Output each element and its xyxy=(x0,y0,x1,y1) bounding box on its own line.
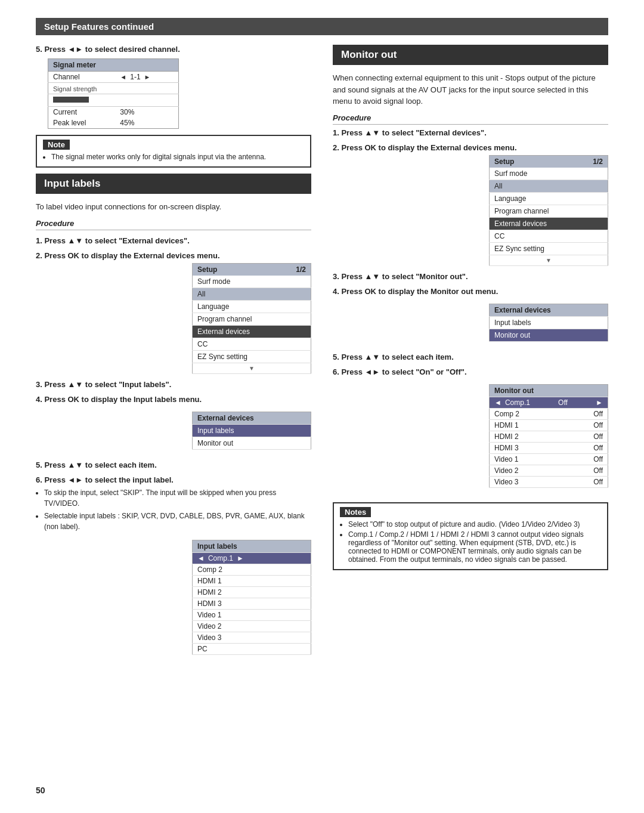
menu-row-arrow: ▼ xyxy=(193,363,311,373)
ext-dev-menu-left: External devices Input labels Monitor ou… xyxy=(36,407,311,455)
monitor-out-intro: When connecting external equipment to th… xyxy=(333,72,608,107)
menu-row-all-r: All xyxy=(490,180,608,192)
bullet-1: To skip the input, select "SKIP". The in… xyxy=(44,487,311,509)
setup-menu-table-right: Surf mode All Language Program channel E… xyxy=(489,168,608,266)
input-labels-intro: To label video input connections for on-… xyxy=(36,201,311,213)
note-title: Note xyxy=(43,140,70,150)
monitor-out-header: Monitor out xyxy=(333,45,608,65)
menu-row-ez: EZ Sync setting xyxy=(193,350,311,363)
signal-meter-title: Signal meter xyxy=(48,59,179,72)
menu-row-cc-r: CC xyxy=(490,230,608,242)
setup-header-text: Setup Features continued xyxy=(44,21,154,32)
il-step-1: 1. Press ▲▼ to select "External devices"… xyxy=(36,236,311,245)
setup-menu-right: Setup 1/2 Surf mode All Language Program… xyxy=(333,155,608,266)
il-step-3: 3. Press ▲▼ to select "Input labels". xyxy=(36,380,311,389)
menu-row-all: All xyxy=(193,288,311,300)
input-labels-table: Input labels ◄ Comp.1 ► Comp 2 H xyxy=(192,540,311,655)
menu-row-surf: Surf mode xyxy=(193,276,311,288)
menu-row-lang-r: Language xyxy=(490,192,608,205)
notes-title: Notes xyxy=(340,507,371,517)
mo-step-1: 1. Press ▲▼ to select "External devices"… xyxy=(333,128,608,137)
arrow-r: ► xyxy=(237,554,244,562)
mo-step-4: 4. Press OK to display the Monitor out m… xyxy=(333,287,608,296)
ext-dev-table-right: External devices Input labels Monitor ou… xyxy=(489,304,608,342)
procedure-label-2: Procedure xyxy=(333,113,608,125)
signal-meter-table: Signal meter Channel ◄ 1-1 ► xyxy=(48,58,179,129)
menu-row-prog: Program channel xyxy=(193,313,311,325)
note-text: The signal meter works only for digital … xyxy=(51,153,304,161)
ext-dev-menu-right: External devices Input labels Monitor ou… xyxy=(333,299,608,347)
setup-menu-header-right: Setup 1/2 xyxy=(489,155,608,168)
notes-box: Notes Select "Off" to stop output of pic… xyxy=(333,502,608,570)
channel-step: 5. Press ◄► to select desired channel. xyxy=(36,45,311,54)
current-label: Current xyxy=(48,107,116,118)
main-content: 5. Press ◄► to select desired channel. S… xyxy=(36,45,608,660)
menu-row-prog-r: Program channel xyxy=(490,205,608,217)
menu-row-cc: CC xyxy=(193,338,311,350)
note-box: Note The signal meter works only for dig… xyxy=(36,135,311,168)
setup-header: Setup Features continued xyxy=(36,18,608,35)
input-labels-menu: Input labels ◄ Comp.1 ► Comp 2 H xyxy=(36,535,311,660)
menu-row-ext: External devices xyxy=(193,325,311,338)
page-number: 50 xyxy=(36,786,45,795)
current-value: 30% xyxy=(115,107,178,118)
mo-step-3: 3. Press ▲▼ to select "Monitor out". xyxy=(333,272,608,281)
menu-row-surf-r: Surf mode xyxy=(490,168,608,180)
note-item-2: Comp.1 / Comp.2 / HDMI 1 / HDMI 2 / HDMI… xyxy=(348,530,601,564)
il-step-4: 4. Press OK to display the Input labels … xyxy=(36,395,311,404)
signal-meter: Signal meter Channel ◄ 1-1 ► xyxy=(48,58,311,129)
mo-step-5: 5. Press ▲▼ to select each item. xyxy=(333,353,608,361)
arrow-l: ◄ xyxy=(197,554,205,562)
procedure-label-1: Procedure xyxy=(36,219,311,230)
input-labels-section: Input labels To label video input connec… xyxy=(36,174,311,660)
ext-dev-table-left: External devices Input labels Monitor ou… xyxy=(192,412,311,450)
setup-menu-header-left: Setup 1/2 xyxy=(192,263,311,276)
left-column: 5. Press ◄► to select desired channel. S… xyxy=(36,45,311,660)
il-step-6: 6. Press ◄► to select the input label. xyxy=(36,475,311,484)
signal-bar-cell xyxy=(48,94,179,107)
mo-step-2: 2. Press OK to display the External devi… xyxy=(333,143,608,152)
peak-label: Peak level xyxy=(48,118,116,129)
bullet-2: Selectable input labels : SKIP, VCR, DVD… xyxy=(44,511,311,532)
signal-strength-label: Signal strength xyxy=(48,83,179,94)
channel-section: 5. Press ◄► to select desired channel. S… xyxy=(36,45,311,168)
setup-menu-table-left: Surf mode All Language Program channel E… xyxy=(192,276,311,374)
menu-row-arrow-r: ▼ xyxy=(490,255,608,265)
setup-menu-left: Setup 1/2 Surf mode All Language Program… xyxy=(36,263,311,374)
channel-label: Channel xyxy=(48,72,116,83)
note-item-1: Select "Off" to stop output of picture a… xyxy=(348,520,601,528)
monitor-out-table: Monitor out ◄ Comp.1 Off ► xyxy=(489,384,608,488)
mo-step-6: 6. Press ◄► to select "On" or "Off". xyxy=(333,367,608,376)
page: Setup Features continued 5. Press ◄► to … xyxy=(0,0,644,813)
menu-row-lang: Language xyxy=(193,300,311,313)
monitor-out-menu: Monitor out ◄ Comp.1 Off ► xyxy=(333,379,608,493)
il-step-5: 5. Press ▲▼ to select each item. xyxy=(36,460,311,469)
input-labels-bullets: To skip the input, select "SKIP". The in… xyxy=(36,487,311,532)
channel-value: ◄ 1-1 ► xyxy=(115,72,178,83)
monitor-out-section: Monitor out When connecting external equ… xyxy=(333,45,608,570)
menu-row-ez-r: EZ Sync setting xyxy=(490,242,608,255)
menu-row-ext-r: External devices xyxy=(490,217,608,230)
peak-value: 45% xyxy=(115,118,178,129)
il-step-2: 2. Press OK to display the External devi… xyxy=(36,251,311,260)
input-labels-header: Input labels xyxy=(36,174,311,194)
right-column: Monitor out When connecting external equ… xyxy=(333,45,608,576)
